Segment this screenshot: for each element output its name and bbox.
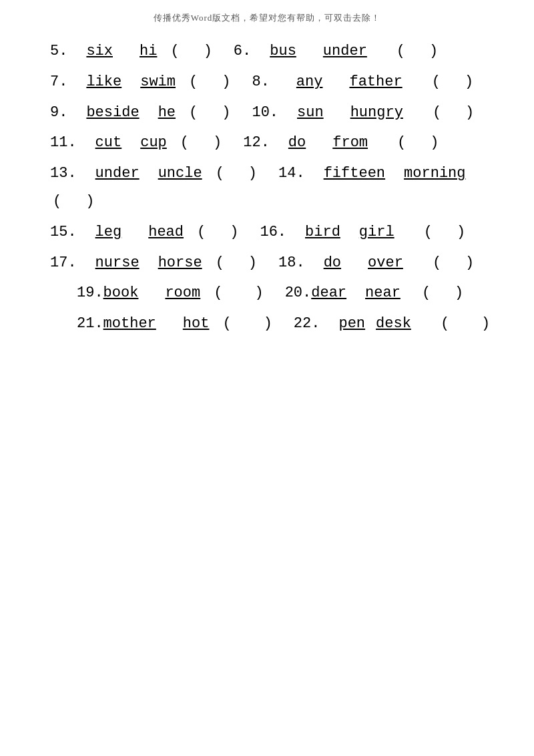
num-11: 11. (50, 129, 77, 157)
word-do-12: do (288, 129, 306, 157)
paren-open-6: ( (396, 37, 405, 65)
exercise-row-21-22: 21 . mother hot ( ) 22. pen desk ( ) (50, 310, 494, 338)
paren-close-8: ) (465, 68, 473, 96)
exercise-row-19-20: 19. book room ( ) 20. dear near ( ) (50, 279, 494, 307)
paren-open-17: ( (216, 249, 224, 277)
paren-close-20: ) (455, 279, 463, 307)
word-uncle: uncle (158, 160, 202, 188)
paren-open-9: ( (189, 99, 198, 127)
exercise-row-5-6: 5. six hi ( ) 6. bus under ( ) (50, 37, 494, 65)
word-he: he (158, 99, 176, 127)
num-7: 7. (50, 68, 67, 96)
num-21: 21 (77, 310, 94, 338)
paren-open-14: ( (53, 188, 61, 216)
word-father: father (349, 68, 402, 96)
num-10: 10. (252, 99, 278, 127)
exercise-row-17-18: 17. nurse horse ( ) 18. do over ( ) (50, 249, 494, 277)
paren-close-10: ) (465, 99, 474, 127)
paren-close-7: ) (222, 68, 230, 96)
word-under-13: under (95, 160, 140, 188)
word-bird: bird (305, 218, 340, 246)
paren-close-19: ) (254, 279, 263, 307)
paren-open-19: ( (214, 279, 222, 307)
paren-close-5: ) (204, 37, 212, 65)
paren-open-10: ( (433, 99, 441, 127)
num-15: 15. (50, 218, 77, 246)
main-content: 5. six hi ( ) 6. bus under ( ) 7. like s… (0, 31, 534, 367)
num-5: 5. (50, 37, 67, 65)
word-over: over (368, 249, 403, 277)
word-desk: desk (376, 310, 411, 338)
num-17: 17. (50, 249, 77, 277)
dot-21: . (94, 310, 103, 338)
num-22: 22. (294, 310, 320, 338)
paren-close-16: ) (457, 218, 465, 246)
paren-close-11: ) (213, 129, 222, 157)
num-16: 16. (260, 218, 286, 246)
word-cup: cup (140, 129, 167, 157)
paren-open-18: ( (433, 249, 441, 277)
num-8: 8. (252, 68, 269, 96)
paren-close-13: ) (248, 160, 257, 188)
paren-open-21: ( (222, 310, 231, 338)
exercise-row-13-14: 13. under uncle ( ) 14. fifteen morning … (50, 160, 494, 216)
paren-close-12: ) (430, 129, 439, 157)
paren-open-7: ( (189, 68, 198, 96)
word-room: room (165, 279, 200, 307)
word-from: from (332, 129, 368, 157)
word-fifteen: fifteen (324, 160, 385, 188)
word-morning: morning (404, 160, 465, 188)
paren-open-15: ( (197, 218, 206, 246)
exercise-row-15-16: 15. leg head ( ) 16. bird girl ( ) (50, 218, 494, 246)
word-head: head (148, 218, 184, 246)
paren-close-6: ) (429, 37, 438, 65)
word-any: any (296, 68, 323, 96)
word-bus: bus (270, 37, 296, 65)
paren-open-11: ( (180, 129, 189, 157)
exercise-row-9-10: 9. beside he ( ) 10. sun hungry ( ) (50, 99, 494, 127)
word-sun: sun (297, 99, 324, 127)
watermark: 传播优秀Word版文档，希望对您有帮助，可双击去除！ (0, 0, 534, 31)
word-hungry: hungry (350, 99, 403, 127)
word-hot: hot (183, 310, 210, 338)
paren-open-16: ( (424, 218, 433, 246)
word-girl: girl (359, 218, 394, 246)
word-mother: mother (103, 310, 156, 338)
word-pen: pen (338, 310, 365, 338)
word-cut: cut (95, 129, 122, 157)
paren-close-9: ) (222, 99, 230, 127)
num-6: 6. (234, 37, 251, 65)
num-13: 13. (50, 160, 77, 188)
word-do-18: do (324, 249, 341, 277)
paren-open-22: ( (441, 310, 449, 338)
paren-close-15: ) (230, 218, 238, 246)
paren-open-13: ( (216, 160, 224, 188)
num-18: 18. (278, 249, 305, 277)
word-book: book (103, 279, 139, 307)
word-hi: hi (140, 37, 157, 65)
paren-open-12: ( (397, 129, 406, 157)
paren-close-14: ) (85, 188, 94, 216)
word-beside: beside (86, 99, 139, 127)
word-six: six (86, 37, 113, 65)
num-20: 20. (285, 279, 312, 307)
exercise-row-7-8: 7. like swim ( ) 8. any father ( ) (50, 68, 494, 96)
word-leg: leg (95, 218, 122, 246)
word-nurse: nurse (95, 249, 140, 277)
word-swim: swim (140, 68, 176, 96)
paren-close-18: ) (465, 249, 474, 277)
paren-close-21: ) (264, 310, 272, 338)
paren-open-8: ( (432, 68, 441, 96)
paren-close-22: ) (481, 310, 490, 338)
num-12: 12. (243, 129, 270, 157)
paren-open-5: ( (170, 37, 179, 65)
word-like: like (86, 68, 121, 96)
num-9: 9. (50, 99, 67, 127)
paren-close-17: ) (248, 249, 257, 277)
word-under-6: under (323, 37, 367, 65)
exercise-row-11-12: 11. cut cup ( ) 12. do from ( ) (50, 129, 494, 157)
word-horse: horse (158, 249, 202, 277)
word-near: near (365, 279, 400, 307)
num-19: 19. (77, 279, 103, 307)
word-dear: dear (311, 279, 346, 307)
